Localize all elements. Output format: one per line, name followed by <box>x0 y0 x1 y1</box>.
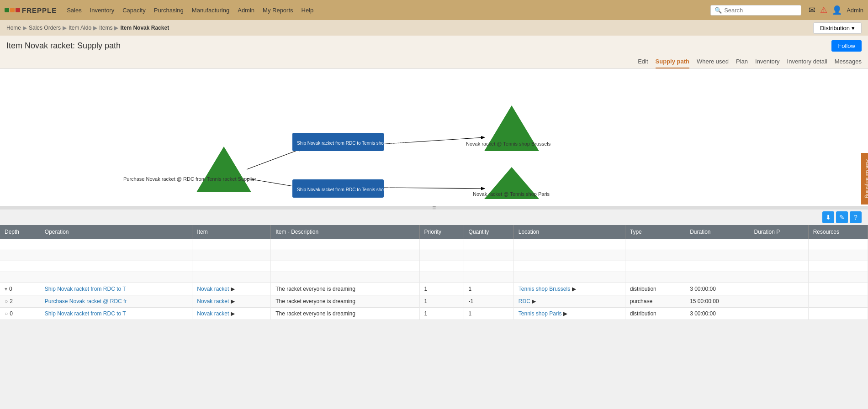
cell-desc-2: The racket everyone is dreaming <box>271 307 419 320</box>
col-depth[interactable]: Depth <box>0 225 40 239</box>
cell-depth-0: ▾0 <box>0 283 40 295</box>
cell-operation-1[interactable]: Purchase Novak racket @ RDC fr <box>40 295 192 307</box>
nav-my-reports[interactable]: My Reports <box>260 5 296 16</box>
logo-text: FREPPLE <box>22 6 57 14</box>
ship-paris-label: Ship Novak racket from RDC to Tennis sho… <box>297 187 398 192</box>
col-location[interactable]: Location <box>513 225 625 239</box>
cell-depth-2: ○0 <box>0 307 40 320</box>
expand-icon[interactable]: ○ <box>5 298 8 304</box>
nav-admin[interactable]: Admin <box>235 5 257 16</box>
nav-capacity[interactable]: Capacity <box>120 5 148 16</box>
col-priority[interactable]: Priority <box>419 225 464 239</box>
tab-edit[interactable]: Edit <box>638 58 648 68</box>
search-input[interactable] <box>724 7 797 14</box>
table-row <box>0 239 868 250</box>
admin-label[interactable]: Admin <box>847 7 863 14</box>
page-title: Item Novak racket: Supply path <box>6 41 121 51</box>
download-icon-btn[interactable]: ⬇ <box>822 211 834 223</box>
search-box[interactable]: 🔍 <box>710 5 801 16</box>
breadcrumb: Home ▶ Sales Orders ▶ Item Aldo ▶ Items … <box>6 25 169 31</box>
cell-resources-2 <box>808 307 868 320</box>
col-resources[interactable]: Resources <box>808 225 868 239</box>
search-icon: 🔍 <box>715 7 722 14</box>
breadcrumb-bar: Home ▶ Sales Orders ▶ Item Aldo ▶ Items … <box>0 20 868 36</box>
cell-item-0: Novak racket ▶ <box>192 283 271 295</box>
alert-icon[interactable]: ⚠ <box>820 5 827 15</box>
tab-bar: Edit Supply path Where used Plan Invento… <box>0 56 868 69</box>
cell-location-2: Tennis shop Paris ▶ <box>513 307 625 320</box>
svg-line-0 <box>247 149 302 169</box>
distribution-button[interactable]: Distribution ▾ <box>813 22 862 34</box>
col-duration[interactable]: Duration <box>685 225 749 239</box>
table-row: ○2 Purchase Novak racket @ RDC fr Novak … <box>0 295 868 307</box>
tab-inventory[interactable]: Inventory <box>755 58 779 68</box>
nav-icons: ✉ ⚠ 👤 Admin <box>809 5 863 15</box>
nav-inventory[interactable]: Inventory <box>87 5 117 16</box>
bc-items[interactable]: Items <box>99 25 112 31</box>
cell-quantity-0: 1 <box>464 283 513 295</box>
expand-icon[interactable]: ▾ <box>5 286 7 292</box>
nav-help[interactable]: Help <box>299 5 317 16</box>
table-row <box>0 272 868 283</box>
action-icons: ⬇ ✎ ? <box>0 210 868 225</box>
paris-dest-label: Novak racket @ Tennis shop Paris <box>473 191 550 197</box>
table-row: ▾0 Ship Novak racket from RDC to T Novak… <box>0 283 868 295</box>
table-header-row: Depth Operation Item Item - Description … <box>0 225 868 239</box>
expand-icon[interactable]: ○ <box>5 310 8 317</box>
supply-path-svg: Purchase Novak racket @ RDC from Tennis … <box>0 69 868 206</box>
data-table-area: Depth Operation Item Item - Description … <box>0 225 868 320</box>
tab-inventory-detail[interactable]: Inventory detail <box>787 58 827 68</box>
cell-resources-0 <box>808 283 868 295</box>
cell-item-1: Novak racket ▶ <box>192 295 271 307</box>
tab-supply-path[interactable]: Supply path <box>656 58 689 68</box>
tab-plan[interactable]: Plan <box>736 58 748 68</box>
cell-priority-1: 1 <box>419 295 464 307</box>
bc-home[interactable]: Home <box>6 25 21 31</box>
follow-button[interactable]: Follow <box>831 40 862 52</box>
resize-handle[interactable]: ≡ <box>0 206 868 210</box>
cell-operation-2[interactable]: Ship Novak racket from RDC to T <box>40 307 192 320</box>
distribution-btn-label: Distribution <box>820 25 850 31</box>
logo[interactable]: FREPPLE <box>5 6 57 14</box>
nav-manufacturing[interactable]: Manufacturing <box>189 5 232 16</box>
col-duration-p[interactable]: Duration P <box>749 225 808 239</box>
cell-duration-2: 3 00:00:00 <box>685 307 749 320</box>
bc-item-aldo[interactable]: Item Aldo <box>69 25 91 31</box>
nav-purchasing[interactable]: Purchasing <box>151 5 186 16</box>
edit-icon-btn[interactable]: ✎ <box>836 211 848 223</box>
cell-item-2: Novak racket ▶ <box>192 307 271 320</box>
col-type[interactable]: Type <box>625 225 685 239</box>
table-row: ○0 Ship Novak racket from RDC to T Novak… <box>0 307 868 320</box>
ask-us-anything-sidebar[interactable]: Ask us anything <box>861 153 868 204</box>
bc-sep-1: ▶ <box>23 25 27 31</box>
col-quantity[interactable]: Quantity <box>464 225 513 239</box>
cell-location-0: Tennis shop Brussels ▶ <box>513 283 625 295</box>
brussels-dest-label: Novak racket @ Tennis shop Brussels <box>466 141 551 147</box>
purchase-label: Purchase Novak racket @ RDC from Tennis … <box>123 176 256 182</box>
col-operation[interactable]: Operation <box>40 225 192 239</box>
tab-messages[interactable]: Messages <box>835 58 862 68</box>
cell-depth-1: ○2 <box>0 295 40 307</box>
table-row <box>0 261 868 272</box>
tab-where-used[interactable]: Where used <box>697 58 729 68</box>
nav-sales[interactable]: Sales <box>64 5 85 16</box>
cell-desc-0: The racket everyone is dreaming <box>271 283 419 295</box>
purchase-node[interactable] <box>196 147 251 192</box>
user-icon: 👤 <box>832 5 842 15</box>
col-item-description[interactable]: Item - Description <box>271 225 419 239</box>
bc-sales-orders[interactable]: Sales Orders <box>29 25 61 31</box>
cell-quantity-2: 1 <box>464 307 513 320</box>
cell-duration-0: 3 00:00:00 <box>685 283 749 295</box>
supply-table: Depth Operation Item Item - Description … <box>0 225 868 320</box>
help-icon-btn[interactable]: ? <box>850 211 862 223</box>
mail-icon[interactable]: ✉ <box>809 5 815 15</box>
bc-sep-4: ▶ <box>114 25 118 31</box>
cell-type-2: distribution <box>625 307 685 320</box>
page-header: Item Novak racket: Supply path Follow <box>0 36 868 56</box>
bc-sep-2: ▶ <box>63 25 67 31</box>
col-item[interactable]: Item <box>192 225 271 239</box>
ship-brussels-label: Ship Novak racket from RDC to Tennis sho… <box>297 141 405 146</box>
supply-path-canvas[interactable]: Purchase Novak racket @ RDC from Tennis … <box>0 69 868 206</box>
bc-sep-3: ▶ <box>93 25 97 31</box>
cell-operation-0[interactable]: Ship Novak racket from RDC to T <box>40 283 192 295</box>
